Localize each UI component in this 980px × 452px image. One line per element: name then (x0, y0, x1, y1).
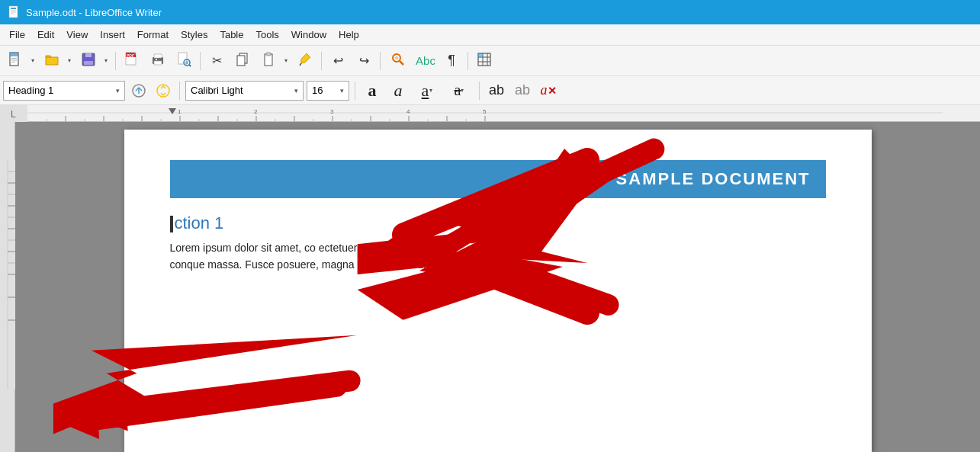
print-button[interactable] (146, 50, 170, 72)
font-size-selector[interactable]: 16 ▾ (307, 81, 349, 101)
paste-dropdown[interactable]: ▾ (281, 50, 291, 72)
document-title-block: SAMPLE DOCUMENT (170, 160, 826, 198)
document-section-heading: ction 1 (170, 213, 826, 233)
save-button[interactable] (76, 50, 101, 72)
paragraph-style-selector[interactable]: Heading 1 ▾ (3, 81, 125, 101)
undo-icon: ↩ (333, 53, 343, 68)
svg-text:PDF: PDF (127, 53, 134, 58)
menu-file[interactable]: File (3, 27, 31, 42)
cut-button[interactable]: ✂ (204, 50, 229, 72)
main-content-area: SAMPLE DOCUMENT ction 1 Lorem ipsum dolo… (0, 122, 980, 452)
menu-edit[interactable]: Edit (31, 27, 60, 42)
insert-table-button[interactable] (472, 50, 496, 72)
size-dropdown-arrow: ▾ (340, 87, 344, 95)
menu-tools[interactable]: Tools (249, 27, 284, 42)
svg-rect-12 (84, 61, 93, 65)
open-button[interactable] (40, 50, 64, 72)
insert-table-icon (477, 52, 492, 70)
paste-icon (260, 51, 277, 71)
highlight-icon: ab (515, 82, 530, 98)
svg-text:1: 1 (178, 108, 182, 115)
new-doc-dropdown[interactable]: ▾ (27, 50, 38, 72)
bold-button[interactable]: a (361, 80, 384, 101)
find-replace-icon (390, 51, 406, 71)
title-bar: Sample.odt - LibreOffice Writer (0, 0, 980, 24)
svg-rect-28 (266, 53, 271, 56)
preview-button[interactable] (172, 50, 196, 72)
menu-styles[interactable]: Styles (175, 27, 214, 42)
svg-rect-4 (11, 14, 14, 14)
save-dropdown[interactable]: ▾ (101, 50, 111, 72)
underline-group[interactable]: a ▾ (413, 80, 442, 101)
svg-rect-38 (478, 53, 483, 57)
paragraph-marks-icon: ¶ (448, 53, 455, 69)
svg-rect-6 (10, 53, 18, 56)
main-toolbar: ▾ ▾ ▾ (0, 46, 980, 76)
svg-text:4: 4 (406, 108, 410, 115)
strikethrough-group[interactable]: a ▾ (445, 80, 474, 101)
open-dropdown[interactable]: ▾ (64, 50, 75, 72)
paste-button[interactable] (256, 50, 281, 72)
char-format-x-icon: ✕ (548, 85, 557, 97)
svg-rect-11 (85, 53, 92, 57)
svg-rect-20 (156, 59, 157, 60)
clone-format-icon (297, 52, 313, 70)
preview-icon (175, 51, 192, 71)
paragraph-marks-button[interactable]: ¶ (439, 50, 464, 72)
menu-view[interactable]: View (60, 27, 94, 42)
italic-button[interactable]: a (387, 80, 410, 101)
export-pdf-button[interactable]: PDF (120, 50, 144, 72)
style-tool-2-button[interactable] (153, 80, 174, 101)
formatting-bar: Heading 1 ▾ Calibri Light ▾ 16 ▾ a a a (0, 76, 980, 105)
copy-icon (236, 53, 249, 69)
font-color-button[interactable]: ab (485, 80, 508, 101)
clone-format-button[interactable] (293, 50, 317, 72)
redo-button[interactable]: ↪ (352, 50, 376, 72)
svg-rect-1 (11, 8, 16, 9)
bold-icon: a (368, 81, 377, 101)
menu-insert[interactable]: Insert (94, 27, 131, 42)
toolbar-separator-5 (468, 52, 468, 70)
svg-rect-3 (11, 12, 16, 13)
format-separator-2 (355, 82, 355, 100)
paste-group: ▾ (256, 50, 291, 72)
menu-table[interactable]: Table (214, 27, 249, 42)
print-icon (149, 51, 166, 71)
svg-line-23 (189, 65, 191, 66)
format-separator-1 (179, 82, 180, 100)
spellcheck-button[interactable]: Abc (413, 50, 438, 72)
open-folder-group: ▾ (40, 50, 75, 72)
section-heading-cursor (170, 216, 173, 232)
underline-dropdown-arrow: ▾ (429, 87, 432, 94)
highlight-button[interactable]: ab (511, 80, 534, 101)
svg-line-31 (400, 61, 403, 65)
style-dropdown-arrow: ▾ (116, 87, 120, 95)
document-page: SAMPLE DOCUMENT ction 1 Lorem ipsum dolo… (124, 130, 872, 452)
menu-window[interactable]: Window (285, 27, 333, 42)
font-family-selector[interactable]: Calibri Light ▾ (185, 81, 304, 101)
menu-format[interactable]: Format (131, 27, 175, 42)
menu-help[interactable]: Help (333, 27, 365, 42)
body-text-line-1: Lorem ipsum dolor sit amet, co ectetuer … (170, 242, 451, 254)
svg-rect-26 (237, 56, 245, 66)
char-format-button[interactable]: a ✕ (537, 80, 560, 101)
dropdown-arrow-icon: ▾ (68, 57, 71, 64)
vertical-ruler (0, 122, 15, 452)
svg-rect-18 (154, 54, 162, 58)
toolbar-separator-4 (380, 52, 381, 70)
dropdown-arrow-icon: ▾ (284, 57, 288, 64)
app-title: Sample.odt - LibreOffice Writer (26, 7, 162, 18)
undo-button[interactable]: ↩ (326, 50, 350, 72)
copy-button[interactable] (230, 50, 255, 72)
svg-line-29 (300, 63, 301, 66)
new-doc-button[interactable] (3, 50, 27, 72)
font-family-value: Calibri Light (191, 85, 243, 96)
horizontal-ruler: 1 2 3 4 5 (27, 105, 980, 122)
svg-point-24 (185, 61, 188, 64)
find-replace-button[interactable] (384, 50, 412, 72)
format-separator-3 (479, 82, 480, 100)
save-group: ▾ (76, 50, 111, 72)
style-tool-1-button[interactable] (128, 80, 149, 101)
svg-rect-7 (11, 58, 17, 59)
ruler-area: L 1 2 3 4 5 (0, 105, 980, 122)
